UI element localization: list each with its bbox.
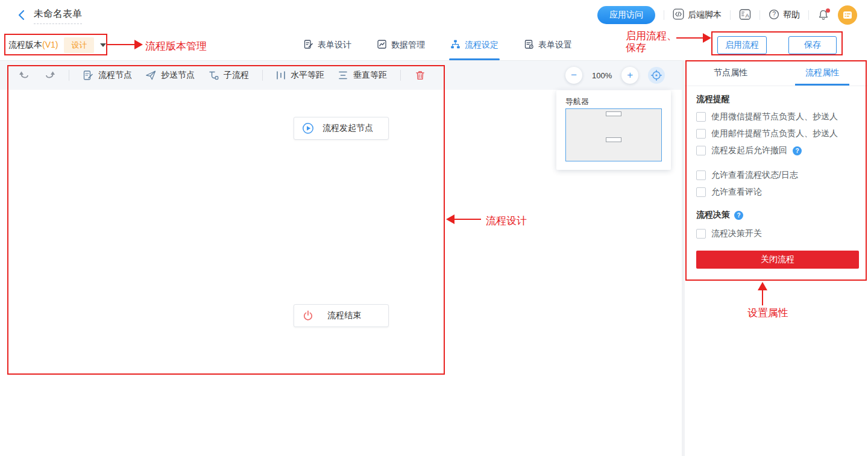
undo-icon [19, 70, 30, 81]
divider [400, 70, 401, 81]
zoom-level: 100% [592, 71, 612, 80]
notification-badge [826, 8, 830, 13]
checkbox-icon[interactable] [696, 170, 706, 180]
tab-data-management[interactable]: 数据管理 [377, 30, 425, 60]
active-tab-underline [795, 84, 849, 86]
checkbox-icon[interactable] [696, 146, 706, 155]
app-access-button[interactable]: 应用访问 [597, 6, 655, 24]
tab-flow-properties[interactable]: 流程属性 [776, 60, 868, 86]
save-button[interactable]: 保存 [788, 36, 837, 54]
power-icon [302, 310, 314, 322]
add-cc-node-button[interactable]: 抄送节点 [145, 70, 195, 81]
horizontal-spacing-icon [276, 70, 286, 81]
help-button[interactable]: ? 帮助 [769, 9, 800, 22]
design-badge[interactable]: 设计 [64, 37, 94, 53]
tab-node-properties[interactable]: 节点属性 [685, 60, 776, 86]
zoom-in-button[interactable]: + [621, 67, 638, 84]
subflow-icon [208, 70, 219, 81]
divider [69, 70, 69, 81]
zoom-out-button[interactable]: − [565, 67, 582, 84]
tab-form-settings[interactable]: 表单设置 [524, 30, 572, 60]
tab-flow-settings[interactable]: 流程设定 [450, 30, 498, 60]
checkbox-email-reminder[interactable]: 使用邮件提醒节点负责人、抄送人 [696, 128, 838, 139]
data-management-icon [377, 39, 387, 51]
flow-end-node[interactable]: 流程结束 [294, 304, 389, 327]
divider [760, 10, 760, 20]
backend-script-button[interactable]: 后端脚本 [673, 8, 722, 22]
checkbox-icon[interactable] [696, 129, 706, 139]
checkbox-view-status-log[interactable]: 允许查看流程状态/日志 [696, 170, 798, 181]
sub-header: 流程版本(V1) 设计 表单设计 数据管理 流程设定 [0, 30, 868, 61]
flow-node-icon [83, 70, 93, 81]
question-icon: ? [769, 9, 779, 22]
enable-flow-button[interactable]: 启用流程 [717, 36, 767, 54]
checkbox-wechat-reminder[interactable]: 使用微信提醒节点负责人、抄送人 [696, 111, 838, 122]
trash-icon [415, 70, 426, 81]
zoom-controls: − 100% + [565, 61, 665, 90]
vertical-spacing-icon [338, 70, 348, 80]
panel-tabs: 节点属性 流程属性 [685, 60, 868, 86]
close-flow-button[interactable]: 关闭流程 [696, 251, 859, 269]
help-icon[interactable]: ? [734, 211, 743, 220]
header-actions: 启用流程 保存 [717, 30, 837, 60]
add-flow-node-button[interactable]: 流程节点 [83, 70, 132, 81]
navigator-title: 导航器 [565, 96, 589, 107]
checkbox-icon[interactable] [696, 187, 706, 197]
add-subflow-button[interactable]: 子流程 [208, 70, 249, 81]
form-settings-icon [524, 39, 534, 51]
top-header: 未命名表单 应用访问 后端脚本 A ? 帮助 [0, 0, 868, 31]
svg-text:?: ? [773, 11, 776, 17]
canvas-toolbar: 流程节点 抄送节点 子流程 水平等距 垂直等距 [18, 61, 426, 90]
checkbox-view-comments[interactable]: 允许查看评论 [696, 187, 762, 198]
divider [730, 10, 731, 20]
delete-button[interactable] [414, 69, 426, 81]
divider [664, 10, 664, 20]
flow-reminder-section-title: 流程提醒 [696, 94, 730, 105]
svg-text:A: A [746, 12, 750, 19]
code-icon [673, 8, 684, 22]
properties-panel: 节点属性 流程属性 流程提醒 使用微信提醒节点负责人、抄送人 使用邮件提醒节点负… [685, 60, 868, 456]
vertical-spacing-button[interactable]: 垂直等距 [338, 70, 387, 81]
minimap-node [606, 111, 621, 116]
checkbox-allow-withdraw[interactable]: 流程发起后允许撤回 ? [696, 145, 802, 156]
paper-plane-icon [145, 70, 156, 81]
app-root: 未命名表单 应用访问 后端脚本 A ? 帮助 [0, 0, 868, 456]
divider [808, 10, 809, 20]
flow-settings-icon [450, 39, 461, 51]
chevron-down-icon[interactable] [100, 43, 106, 47]
play-icon [302, 122, 314, 134]
undo-button[interactable] [18, 69, 30, 81]
navigator-minimap[interactable] [565, 108, 662, 161]
minimap-node [606, 137, 621, 142]
main-tabs: 表单设计 数据管理 流程设定 表单设置 [303, 30, 572, 60]
help-icon[interactable]: ? [793, 146, 802, 155]
active-tab-underline [449, 58, 500, 60]
redo-icon [44, 70, 55, 81]
header-right-group: 应用访问 后端脚本 A ? 帮助 [597, 0, 857, 30]
language-button[interactable]: A [739, 8, 751, 22]
avatar[interactable] [838, 5, 857, 25]
divider [262, 70, 263, 81]
navigator-panel: 导航器 [556, 90, 671, 170]
form-icon [842, 10, 853, 20]
chevron-left-icon [16, 9, 28, 21]
form-design-icon [303, 39, 313, 51]
checkbox-decision-switch[interactable]: 流程决策开关 [696, 228, 762, 239]
redo-button[interactable] [43, 69, 55, 81]
locate-button[interactable] [648, 67, 665, 84]
back-button[interactable] [16, 9, 28, 21]
flow-version-label: 流程版本(V1) [8, 40, 58, 51]
flow-decision-section-title: 流程决策 ? [696, 210, 743, 220]
notification-button[interactable] [817, 9, 829, 21]
flow-version-control[interactable]: 流程版本(V1) 设计 [8, 30, 106, 60]
language-icon: A [739, 8, 751, 22]
version-number: (V1) [42, 40, 58, 49]
horizontal-spacing-button[interactable]: 水平等距 [276, 70, 324, 81]
checkbox-icon[interactable] [696, 229, 706, 239]
target-icon [650, 69, 662, 81]
flow-start-node[interactable]: 流程发起节点 [294, 117, 389, 140]
page-title[interactable]: 未命名表单 [34, 8, 82, 24]
checkbox-icon[interactable] [696, 112, 706, 122]
tab-form-design[interactable]: 表单设计 [303, 30, 351, 60]
